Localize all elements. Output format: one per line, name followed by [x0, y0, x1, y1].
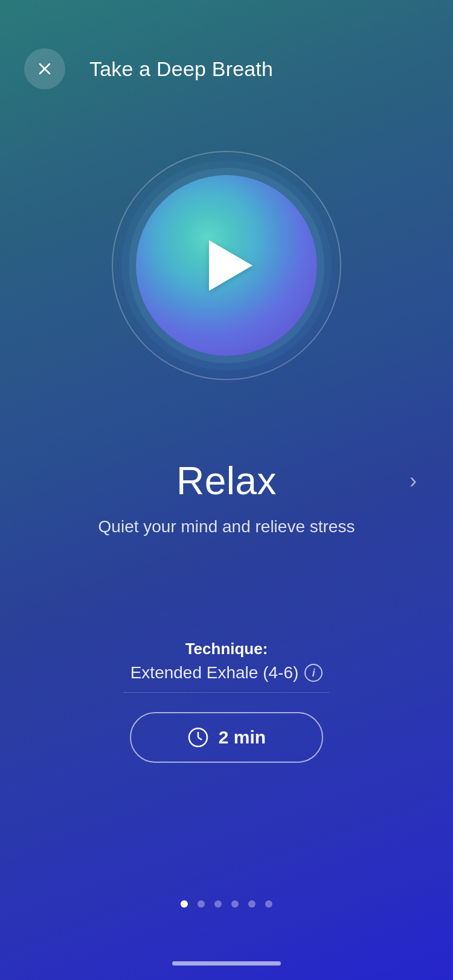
- play-button[interactable]: [136, 175, 317, 356]
- close-button[interactable]: [24, 48, 65, 89]
- duration-text: 2 min: [219, 727, 266, 748]
- mode-description: Quiet your mind and relieve stress: [38, 514, 416, 539]
- dot-1[interactable]: [181, 900, 188, 908]
- content-area: Relax › Quiet your mind and relieve stre…: [0, 459, 453, 539]
- header: Take a Deep Breath: [0, 48, 453, 89]
- next-mode-button[interactable]: ›: [410, 468, 417, 494]
- dot-4[interactable]: [231, 900, 239, 908]
- svg-line-4: [198, 737, 202, 740]
- dot-2[interactable]: [198, 900, 205, 908]
- technique-label: Technique:: [185, 640, 268, 658]
- page-title: Take a Deep Breath: [89, 57, 273, 81]
- close-icon: [37, 62, 52, 76]
- dot-6[interactable]: [265, 900, 272, 908]
- technique-value: Extended Exhale (4-6): [130, 663, 299, 682]
- duration-button[interactable]: 2 min: [130, 712, 323, 763]
- technique-divider: [124, 692, 329, 693]
- technique-area: Technique: Extended Exhale (4-6) i 2 min: [124, 640, 329, 763]
- technique-value-row: Extended Exhale (4-6) i: [130, 663, 323, 682]
- page-dots: [181, 900, 272, 908]
- clock-icon: [187, 727, 209, 748]
- dot-5[interactable]: [248, 900, 255, 908]
- dot-3[interactable]: [214, 900, 222, 908]
- play-area: [112, 151, 341, 380]
- play-icon: [209, 240, 252, 291]
- home-indicator: [172, 961, 281, 966]
- outer-ring: [112, 151, 341, 380]
- mode-title: Relax: [176, 459, 277, 503]
- mode-row: Relax ›: [0, 459, 453, 503]
- info-button[interactable]: i: [304, 664, 323, 682]
